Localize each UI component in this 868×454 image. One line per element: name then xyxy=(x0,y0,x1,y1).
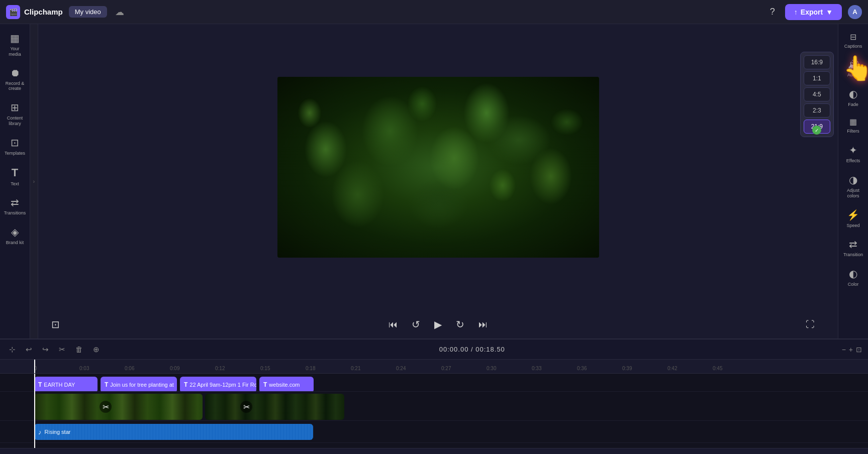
ruler-mark-33: 0:33 xyxy=(532,366,577,371)
text-clip-earth-day[interactable]: T EARTH DAY xyxy=(34,377,98,391)
text-clip-join-us[interactable]: T Join us for tree planting at xyxy=(101,377,177,391)
forward-button[interactable]: ↻ xyxy=(453,315,467,333)
text-label: Text xyxy=(11,181,19,187)
ruler-mark-0: 0 xyxy=(34,366,79,371)
sidebar-item-effects[interactable]: ✦ Effects xyxy=(840,140,866,168)
logo-area: 🎬 Clipchamp xyxy=(6,5,63,19)
cut-icon-2: ✂ xyxy=(240,401,252,413)
timeline-time-display: 00:00.00 / 00:18.50 xyxy=(107,346,838,353)
skip-forward-button[interactable]: ⏭ xyxy=(475,316,491,333)
captions-icon: ⊟ xyxy=(850,32,856,42)
check-badge: ✓ xyxy=(812,126,821,135)
video-clip-1[interactable]: ✂ xyxy=(34,394,203,420)
preview-area xyxy=(38,24,838,310)
zoom-controls: − + ⊡ xyxy=(842,346,862,354)
right-sidebar: ⊟ Captions 🔊 Audio ◐ Fade ▦ Filters ✦ Ef… xyxy=(838,24,868,338)
ruler-mark-42: 0:42 xyxy=(667,366,713,371)
filters-icon: ▦ xyxy=(849,117,857,127)
video-tab[interactable]: My video xyxy=(69,6,107,18)
sidebar-item-audio[interactable]: 🔊 Audio xyxy=(840,55,866,82)
sidebar-item-record-create[interactable]: ⏺ Record &create xyxy=(2,63,28,96)
sidebar-item-transition[interactable]: ⇄ Transition xyxy=(840,234,866,262)
topbar: 🎬 Clipchamp My video ☁ ? ↑ Export ▼ A xyxy=(0,0,868,24)
timeline-cursor xyxy=(34,374,35,448)
ar-option-2-3[interactable]: 2:3 xyxy=(804,103,830,118)
add-media-button[interactable]: ⊕ xyxy=(90,343,103,356)
time-separator: / xyxy=(471,346,473,353)
video-clip-2[interactable]: ✂ xyxy=(205,394,344,420)
ar-option-16-9[interactable]: 16:9 xyxy=(804,55,830,69)
export-button[interactable]: ↑ Export ▼ xyxy=(785,4,842,20)
fullscreen-button[interactable]: ⛶ xyxy=(803,316,818,333)
timeline-section: ⊹ ↩ ↪ ✂ 🗑 ⊕ 00:00.00 / 00:18.50 − + ⊡ 0 … xyxy=(0,338,868,454)
sidebar-item-your-media[interactable]: ▦ Your media xyxy=(2,28,28,61)
text-clip-join-label: Join us for tree planting at xyxy=(110,382,174,388)
ruler-mark-45: 0:45 xyxy=(713,366,758,371)
sidebar-item-text[interactable]: T Text xyxy=(2,162,28,191)
ruler-mark-36: 0:36 xyxy=(577,366,622,371)
text-clip-april[interactable]: T 22 April 9am-12pm 1 Fir Rd. xyxy=(180,377,256,391)
text-clip-icon-3: T xyxy=(184,381,187,388)
filters-label: Filters xyxy=(847,129,859,134)
sidebar-item-templates[interactable]: ⊡ Templates xyxy=(2,133,28,160)
content-label: Contentlibrary xyxy=(7,116,23,127)
text-clip-april-label: 22 April 9am-12pm 1 Fir Rd. xyxy=(189,382,256,388)
ruler-mark-24: 0:24 xyxy=(396,366,441,371)
ruler-mark-12: 0:12 xyxy=(215,366,260,371)
skip-back-button[interactable]: ⏮ xyxy=(385,316,401,333)
ar-option-1-1[interactable]: 1:1 xyxy=(804,71,830,85)
cut-tool-button[interactable]: ✂ xyxy=(56,343,68,356)
play-button[interactable]: ▶ xyxy=(431,315,445,333)
help-button[interactable]: ? xyxy=(766,5,779,19)
zoom-fit-button[interactable]: ⊡ xyxy=(856,346,862,354)
sidebar-item-captions[interactable]: ⊟ Captions xyxy=(840,28,866,53)
center-area: ⊡ ⏮ ↺ ▶ ↻ ⏭ ⛶ xyxy=(38,24,838,338)
ar-option-4-5[interactable]: 4:5 xyxy=(804,87,830,101)
speed-icon: ⚡ xyxy=(847,209,859,221)
video-frame xyxy=(277,77,599,258)
templates-icon: ⊡ xyxy=(11,137,19,149)
redo-button[interactable]: ↪ xyxy=(39,343,52,356)
delete-tool-button[interactable]: 🗑 xyxy=(72,343,86,356)
transitions-label: Transitions xyxy=(4,210,26,216)
rewind-button[interactable]: ↺ xyxy=(409,315,423,333)
playback-controls: ⊡ ⏮ ↺ ▶ ↻ ⏭ ⛶ xyxy=(38,310,838,338)
effects-label: Effects xyxy=(846,158,860,164)
timeline-ruler: 0 0:03 0:06 0:09 0:12 0:15 0:18 0:21 0:2… xyxy=(0,360,868,374)
text-icon: T xyxy=(12,166,18,179)
text-clip-website[interactable]: T website.com xyxy=(259,377,314,391)
sidebar-item-speed[interactable]: ⚡ Speed xyxy=(840,205,866,233)
brand-icon: ◈ xyxy=(11,226,19,238)
left-sidebar: ▦ Your media ⏺ Record &create ⊞ Contentl… xyxy=(0,24,30,338)
sidebar-item-color[interactable]: ◐ Color xyxy=(840,264,866,291)
aspect-ratio-dropdown: 16:9 1:1 4:5 2:3 21:9 ✓ xyxy=(800,52,834,137)
user-avatar[interactable]: A xyxy=(848,5,862,19)
sidebar-item-filters[interactable]: ▦ Filters xyxy=(840,113,866,138)
sidebar-collapse-button[interactable]: › xyxy=(30,24,38,338)
sidebar-item-fade[interactable]: ◐ Fade xyxy=(840,84,866,111)
ruler-mark-3: 0:03 xyxy=(79,366,125,371)
audio-track-content: ♪ Rising star xyxy=(34,421,868,442)
timeline-scrollbar[interactable] xyxy=(0,448,868,454)
zoom-in-button[interactable]: + xyxy=(849,346,853,354)
sidebar-item-transitions[interactable]: ⇄ Transitions xyxy=(2,192,28,220)
clip-marker-button[interactable]: ⊡ xyxy=(48,315,63,333)
sidebar-item-content-library[interactable]: ⊞ Contentlibrary xyxy=(2,97,28,131)
video-track-content: ✂ ✂ xyxy=(34,392,868,420)
audio-clip-rising-star[interactable]: ♪ Rising star xyxy=(34,424,313,440)
sidebar-item-brand-kit[interactable]: ◈ Brand kit xyxy=(2,222,28,250)
sidebar-item-adjust-colors[interactable]: ◑ Adjustcolors xyxy=(840,170,866,203)
undo-button[interactable]: ↩ xyxy=(23,343,35,356)
zoom-out-button[interactable]: − xyxy=(842,346,846,354)
select-tool-button[interactable]: ⊹ xyxy=(6,343,19,356)
video-thumbnail-2 xyxy=(205,394,344,420)
export-label: Export xyxy=(801,8,823,16)
captions-label: Captions xyxy=(844,44,862,49)
ruler-mark-6: 0:06 xyxy=(125,366,170,371)
record-icon: ⏺ xyxy=(10,67,20,79)
adjust-colors-label: Adjustcolors xyxy=(847,188,859,199)
your-media-icon: ▦ xyxy=(10,32,20,44)
your-media-label: Your media xyxy=(4,46,26,57)
text-clip-icon: T xyxy=(38,381,42,388)
app-name: Clipchamp xyxy=(24,8,63,16)
